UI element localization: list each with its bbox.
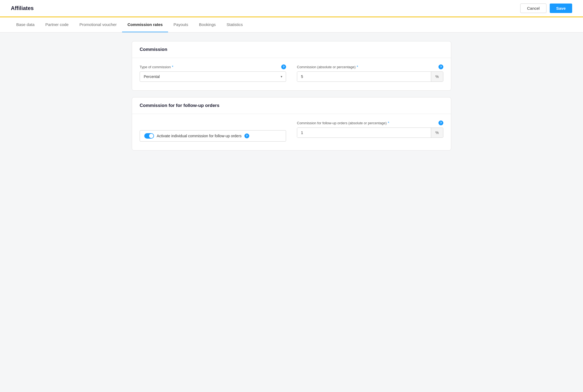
toggle-switch bbox=[144, 133, 154, 139]
commission-card-header: Commission bbox=[132, 41, 451, 58]
type-label-text: Type of commission * bbox=[140, 65, 173, 69]
tab-promotional-voucher[interactable]: Promotional voucher bbox=[74, 17, 122, 32]
commission-label-text: Commission (absolute or percentage) * bbox=[297, 65, 358, 69]
commission-input-group: % bbox=[297, 71, 443, 82]
followup-required: * bbox=[388, 121, 389, 125]
type-required: * bbox=[172, 65, 173, 69]
followup-card-body: Activate individual commission for follo… bbox=[132, 114, 451, 150]
commission-required: * bbox=[357, 65, 358, 69]
commission-input[interactable] bbox=[297, 72, 431, 81]
page-title: Affiliates bbox=[11, 5, 34, 11]
commission-label-row: Commission (absolute or percentage) * ? bbox=[297, 64, 443, 69]
toggle-help-icon[interactable]: ? bbox=[244, 133, 249, 138]
cancel-button[interactable]: Cancel bbox=[520, 4, 546, 13]
type-select[interactable]: Percental Absolute bbox=[140, 71, 286, 82]
commission-form-row: Type of commission * ? Percental Absolut… bbox=[140, 64, 443, 82]
toggle-label: Activate individual commission for follo… bbox=[157, 134, 242, 138]
commission-suffix: % bbox=[431, 72, 443, 81]
tab-statistics[interactable]: Statistics bbox=[221, 17, 248, 32]
type-of-commission-group: Type of commission * ? Percental Absolut… bbox=[140, 64, 286, 82]
followup-card-header: Commission for for follow-up orders bbox=[132, 97, 451, 114]
followup-toggle[interactable]: Activate individual commission for follo… bbox=[140, 130, 286, 142]
commission-card-title: Commission bbox=[140, 47, 167, 52]
tab-payouts[interactable]: Payouts bbox=[168, 17, 194, 32]
followup-label-row: Commission for follow-up orders (absolut… bbox=[297, 120, 443, 125]
type-label-row: Type of commission * ? bbox=[140, 64, 286, 69]
tab-base-data[interactable]: Base data bbox=[11, 17, 40, 32]
toggle-spacer bbox=[140, 120, 286, 128]
toggle-knob bbox=[149, 134, 153, 138]
tab-partner-code[interactable]: Partner code bbox=[40, 17, 74, 32]
type-label: Type of commission bbox=[140, 65, 171, 69]
followup-form-row: Activate individual commission for follo… bbox=[140, 120, 443, 142]
type-help-icon[interactable]: ? bbox=[281, 64, 286, 69]
tabs-nav: Base data Partner code Promotional vouch… bbox=[11, 17, 572, 32]
toggle-group: Activate individual commission for follo… bbox=[140, 120, 286, 142]
commission-value-group: Commission (absolute or percentage) * ? … bbox=[297, 64, 443, 82]
followup-commission-label: Commission for follow-up orders (absolut… bbox=[297, 121, 387, 125]
commission-card-body: Type of commission * ? Percental Absolut… bbox=[132, 58, 451, 90]
tab-commission-rates[interactable]: Commission rates bbox=[122, 17, 168, 32]
followup-commission-group: Commission for follow-up orders (absolut… bbox=[297, 120, 443, 138]
commission-label: Commission (absolute or percentage) bbox=[297, 65, 356, 69]
save-button[interactable]: Save bbox=[550, 4, 572, 13]
main-content: Commission Type of commission * ? Perc bbox=[121, 32, 462, 166]
followup-help-icon[interactable]: ? bbox=[438, 120, 443, 125]
followup-input-group: % bbox=[297, 128, 443, 138]
header: Affiliates Cancel Save bbox=[0, 0, 583, 17]
tab-bookings[interactable]: Bookings bbox=[194, 17, 221, 32]
type-select-wrapper: Percental Absolute ▾ bbox=[140, 71, 286, 82]
tabs-wrapper: Base data Partner code Promotional vouch… bbox=[0, 17, 583, 32]
followup-card-title: Commission for for follow-up orders bbox=[140, 103, 220, 108]
commission-card: Commission Type of commission * ? Perc bbox=[132, 41, 451, 91]
followup-label-text: Commission for follow-up orders (absolut… bbox=[297, 121, 389, 125]
followup-card: Commission for for follow-up orders Acti… bbox=[132, 97, 451, 151]
commission-help-icon[interactable]: ? bbox=[438, 64, 443, 69]
followup-suffix: % bbox=[431, 128, 443, 138]
header-actions: Cancel Save bbox=[520, 4, 572, 13]
followup-commission-input[interactable] bbox=[297, 128, 431, 138]
